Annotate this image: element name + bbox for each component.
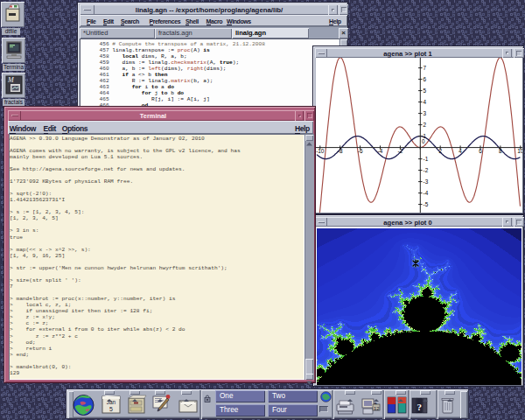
svg-text:-4: -4 [424,190,429,196]
svg-text:5: 5 [109,406,113,412]
svg-text:?: ? [417,402,423,412]
svg-text:-3: -3 [424,178,429,185]
svg-text:0: 0 [422,138,425,144]
svg-text:6: 6 [479,148,482,154]
svg-text:-6: -6 [358,148,363,154]
svg-text:12: 12 [374,406,380,411]
svg-text:-2: -2 [424,167,429,173]
svg-text:-5: -5 [424,201,429,207]
svg-text:6: 6 [424,76,427,82]
svg-text:7: 7 [424,65,427,71]
svg-text:10: 10 [517,148,522,154]
svg-text:M: M [7,76,15,84]
svg-text:-8: -8 [338,148,343,154]
svg-text:-4: -4 [378,148,383,154]
svg-text:5: 5 [424,88,427,94]
svg-text:4: 4 [458,148,462,154]
svg-text:4: 4 [424,99,427,105]
svg-text:-1: -1 [424,156,429,162]
svg-text:8: 8 [499,148,502,154]
svg-text:3: 3 [424,110,427,116]
svg-text:2: 2 [424,122,427,128]
svg-text:-2: -2 [398,148,403,154]
svg-text:2: 2 [438,148,442,154]
svg-text:-10: -10 [316,148,325,154]
